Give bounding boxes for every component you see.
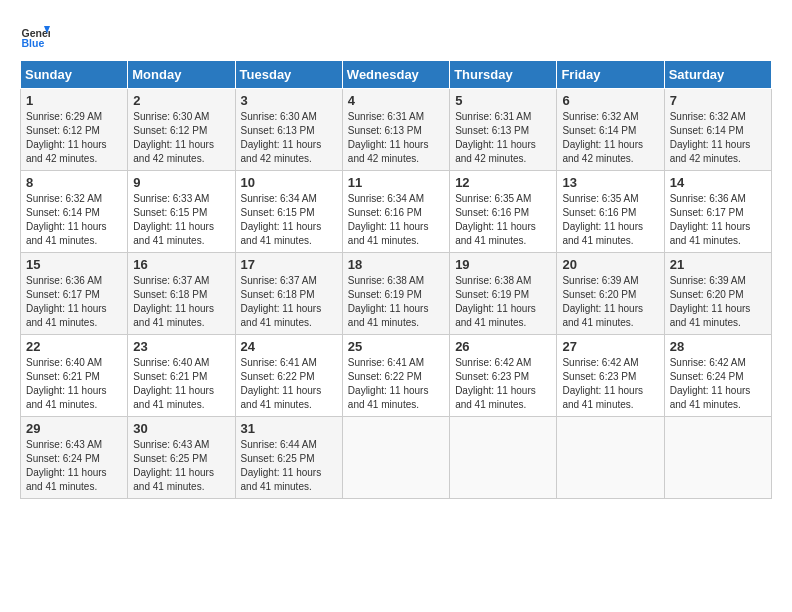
weekday-header: Thursday [450,61,557,89]
day-number: 7 [670,93,766,108]
calendar-cell: 8Sunrise: 6:32 AM Sunset: 6:14 PM Daylig… [21,171,128,253]
day-detail: Sunrise: 6:39 AM Sunset: 6:20 PM Dayligh… [562,274,658,330]
day-detail: Sunrise: 6:42 AM Sunset: 6:23 PM Dayligh… [562,356,658,412]
calendar-cell: 24Sunrise: 6:41 AM Sunset: 6:22 PM Dayli… [235,335,342,417]
day-detail: Sunrise: 6:34 AM Sunset: 6:16 PM Dayligh… [348,192,444,248]
calendar-cell: 11Sunrise: 6:34 AM Sunset: 6:16 PM Dayli… [342,171,449,253]
calendar-cell: 4Sunrise: 6:31 AM Sunset: 6:13 PM Daylig… [342,89,449,171]
calendar-cell: 6Sunrise: 6:32 AM Sunset: 6:14 PM Daylig… [557,89,664,171]
calendar-cell: 18Sunrise: 6:38 AM Sunset: 6:19 PM Dayli… [342,253,449,335]
calendar-week-row: 1Sunrise: 6:29 AM Sunset: 6:12 PM Daylig… [21,89,772,171]
day-detail: Sunrise: 6:37 AM Sunset: 6:18 PM Dayligh… [241,274,337,330]
calendar-cell: 9Sunrise: 6:33 AM Sunset: 6:15 PM Daylig… [128,171,235,253]
weekday-header: Sunday [21,61,128,89]
day-number: 31 [241,421,337,436]
day-detail: Sunrise: 6:37 AM Sunset: 6:18 PM Dayligh… [133,274,229,330]
calendar-cell [664,417,771,499]
day-number: 19 [455,257,551,272]
day-number: 22 [26,339,122,354]
calendar-cell: 19Sunrise: 6:38 AM Sunset: 6:19 PM Dayli… [450,253,557,335]
day-number: 25 [348,339,444,354]
calendar-week-row: 22Sunrise: 6:40 AM Sunset: 6:21 PM Dayli… [21,335,772,417]
day-detail: Sunrise: 6:36 AM Sunset: 6:17 PM Dayligh… [26,274,122,330]
calendar-cell: 12Sunrise: 6:35 AM Sunset: 6:16 PM Dayli… [450,171,557,253]
calendar-cell: 31Sunrise: 6:44 AM Sunset: 6:25 PM Dayli… [235,417,342,499]
calendar-cell: 21Sunrise: 6:39 AM Sunset: 6:20 PM Dayli… [664,253,771,335]
calendar-cell: 26Sunrise: 6:42 AM Sunset: 6:23 PM Dayli… [450,335,557,417]
day-number: 11 [348,175,444,190]
day-detail: Sunrise: 6:42 AM Sunset: 6:24 PM Dayligh… [670,356,766,412]
calendar-cell [450,417,557,499]
day-number: 23 [133,339,229,354]
calendar-cell: 16Sunrise: 6:37 AM Sunset: 6:18 PM Dayli… [128,253,235,335]
day-number: 20 [562,257,658,272]
day-detail: Sunrise: 6:39 AM Sunset: 6:20 PM Dayligh… [670,274,766,330]
day-detail: Sunrise: 6:40 AM Sunset: 6:21 PM Dayligh… [26,356,122,412]
day-number: 26 [455,339,551,354]
day-detail: Sunrise: 6:35 AM Sunset: 6:16 PM Dayligh… [455,192,551,248]
day-detail: Sunrise: 6:35 AM Sunset: 6:16 PM Dayligh… [562,192,658,248]
weekday-header: Saturday [664,61,771,89]
weekday-header: Friday [557,61,664,89]
calendar-cell: 20Sunrise: 6:39 AM Sunset: 6:20 PM Dayli… [557,253,664,335]
calendar-cell: 3Sunrise: 6:30 AM Sunset: 6:13 PM Daylig… [235,89,342,171]
calendar-week-row: 8Sunrise: 6:32 AM Sunset: 6:14 PM Daylig… [21,171,772,253]
day-number: 9 [133,175,229,190]
page-header: General Blue [20,20,772,50]
calendar-week-row: 29Sunrise: 6:43 AM Sunset: 6:24 PM Dayli… [21,417,772,499]
day-detail: Sunrise: 6:33 AM Sunset: 6:15 PM Dayligh… [133,192,229,248]
day-detail: Sunrise: 6:34 AM Sunset: 6:15 PM Dayligh… [241,192,337,248]
day-number: 15 [26,257,122,272]
day-detail: Sunrise: 6:30 AM Sunset: 6:12 PM Dayligh… [133,110,229,166]
calendar-cell: 17Sunrise: 6:37 AM Sunset: 6:18 PM Dayli… [235,253,342,335]
calendar-cell: 28Sunrise: 6:42 AM Sunset: 6:24 PM Dayli… [664,335,771,417]
day-number: 13 [562,175,658,190]
day-number: 18 [348,257,444,272]
day-number: 6 [562,93,658,108]
calendar-cell: 13Sunrise: 6:35 AM Sunset: 6:16 PM Dayli… [557,171,664,253]
calendar-week-row: 15Sunrise: 6:36 AM Sunset: 6:17 PM Dayli… [21,253,772,335]
calendar-cell: 25Sunrise: 6:41 AM Sunset: 6:22 PM Dayli… [342,335,449,417]
day-number: 12 [455,175,551,190]
day-number: 10 [241,175,337,190]
logo-icon: General Blue [20,20,50,50]
calendar-cell: 23Sunrise: 6:40 AM Sunset: 6:21 PM Dayli… [128,335,235,417]
day-number: 16 [133,257,229,272]
calendar-cell [342,417,449,499]
day-number: 30 [133,421,229,436]
weekday-header: Wednesday [342,61,449,89]
day-number: 28 [670,339,766,354]
day-detail: Sunrise: 6:32 AM Sunset: 6:14 PM Dayligh… [670,110,766,166]
calendar-cell [557,417,664,499]
day-detail: Sunrise: 6:36 AM Sunset: 6:17 PM Dayligh… [670,192,766,248]
calendar-cell: 1Sunrise: 6:29 AM Sunset: 6:12 PM Daylig… [21,89,128,171]
calendar-cell: 29Sunrise: 6:43 AM Sunset: 6:24 PM Dayli… [21,417,128,499]
day-number: 24 [241,339,337,354]
calendar-cell: 5Sunrise: 6:31 AM Sunset: 6:13 PM Daylig… [450,89,557,171]
calendar-cell: 22Sunrise: 6:40 AM Sunset: 6:21 PM Dayli… [21,335,128,417]
calendar-cell: 7Sunrise: 6:32 AM Sunset: 6:14 PM Daylig… [664,89,771,171]
day-number: 1 [26,93,122,108]
weekday-header: Monday [128,61,235,89]
day-detail: Sunrise: 6:42 AM Sunset: 6:23 PM Dayligh… [455,356,551,412]
calendar-cell: 15Sunrise: 6:36 AM Sunset: 6:17 PM Dayli… [21,253,128,335]
day-detail: Sunrise: 6:41 AM Sunset: 6:22 PM Dayligh… [348,356,444,412]
weekday-header: Tuesday [235,61,342,89]
day-detail: Sunrise: 6:31 AM Sunset: 6:13 PM Dayligh… [455,110,551,166]
day-detail: Sunrise: 6:30 AM Sunset: 6:13 PM Dayligh… [241,110,337,166]
day-detail: Sunrise: 6:32 AM Sunset: 6:14 PM Dayligh… [562,110,658,166]
day-detail: Sunrise: 6:29 AM Sunset: 6:12 PM Dayligh… [26,110,122,166]
day-detail: Sunrise: 6:38 AM Sunset: 6:19 PM Dayligh… [455,274,551,330]
calendar-cell: 2Sunrise: 6:30 AM Sunset: 6:12 PM Daylig… [128,89,235,171]
day-number: 21 [670,257,766,272]
day-detail: Sunrise: 6:32 AM Sunset: 6:14 PM Dayligh… [26,192,122,248]
svg-text:Blue: Blue [22,37,45,49]
day-number: 17 [241,257,337,272]
day-number: 27 [562,339,658,354]
day-number: 29 [26,421,122,436]
logo: General Blue [20,20,50,50]
day-detail: Sunrise: 6:43 AM Sunset: 6:24 PM Dayligh… [26,438,122,494]
day-detail: Sunrise: 6:43 AM Sunset: 6:25 PM Dayligh… [133,438,229,494]
day-number: 2 [133,93,229,108]
day-number: 4 [348,93,444,108]
